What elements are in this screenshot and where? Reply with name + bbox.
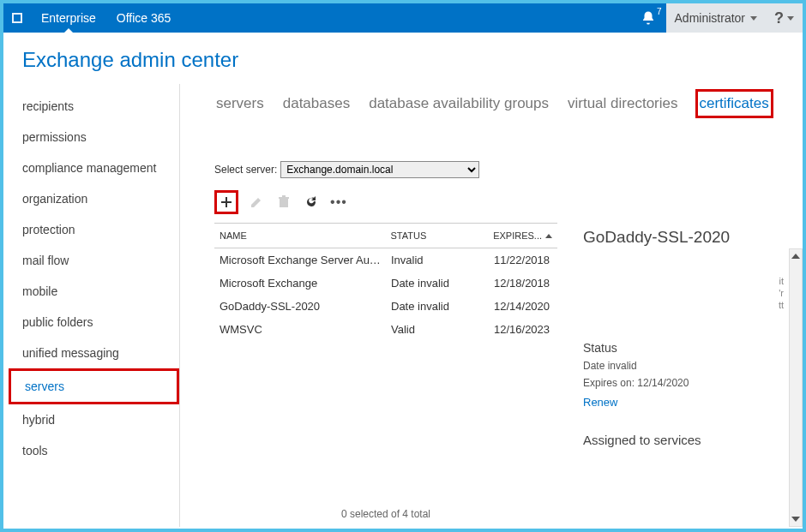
top-link-office365[interactable]: Office 365 [106, 3, 182, 33]
sidebar-item-permissions[interactable]: permissions [9, 122, 179, 152]
notification-count: 7 [657, 7, 662, 16]
cell-name: Microsoft Exchange [214, 275, 386, 291]
cell-expires: 12/16/2023 [489, 321, 557, 338]
cut-text: it [779, 276, 785, 286]
sidebar-item-organization[interactable]: organization [9, 183, 179, 214]
table-row[interactable]: GoDaddy-SSL-2020 Date invalid 12/14/2020 [214, 295, 557, 318]
table-row[interactable]: Microsoft Exchange Server Auth ... Inval… [214, 248, 557, 272]
scroll-up-icon[interactable] [790, 249, 802, 263]
cut-text: 'r [779, 288, 784, 298]
server-label: Select server: [214, 164, 277, 176]
sidebar: recipients permissions compliance manage… [9, 84, 180, 527]
edit-button [247, 193, 266, 212]
sort-asc-icon [545, 234, 552, 238]
cell-expires: 11/22/2018 [489, 252, 557, 268]
help-icon: ? [774, 9, 784, 27]
sidebar-item-protection[interactable]: protection [9, 214, 179, 245]
cell-status: Date invalid [386, 275, 489, 291]
certificates-table: NAME STATUS EXPIRES... Microsoft Exchang… [214, 223, 557, 527]
plus-icon [220, 195, 233, 209]
notifications-button[interactable]: 7 [630, 3, 666, 33]
selection-count: 0 selected of 4 total [214, 501, 557, 527]
ellipsis-icon: ••• [330, 194, 347, 210]
add-button[interactable] [214, 190, 238, 214]
caret-down-icon [787, 16, 794, 21]
top-link-enterprise[interactable]: Enterprise [31, 3, 106, 33]
pencil-icon [250, 195, 263, 209]
scroll-down-icon[interactable] [790, 512, 802, 526]
caret-down-icon [750, 16, 757, 21]
renew-link[interactable]: Renew [583, 396, 617, 409]
table-row[interactable]: WMSVC Valid 12/16/2023 [214, 318, 557, 341]
user-menu[interactable]: Administrator [666, 3, 766, 33]
status-value: Date invalid [583, 360, 796, 372]
expires-value: Expires on: 12/14/2020 [583, 377, 796, 389]
tab-databases[interactable]: databases [281, 92, 352, 116]
details-title: GoDaddy-SSL-2020 [583, 228, 796, 247]
sidebar-item-mobile[interactable]: mobile [9, 276, 179, 307]
bell-icon [641, 10, 656, 26]
help-menu[interactable]: ? [766, 3, 803, 33]
tab-servers[interactable]: servers [214, 92, 266, 116]
tabs: servers databases database availability … [214, 89, 803, 118]
cell-name: WMSVC [214, 321, 386, 338]
refresh-button[interactable] [302, 193, 321, 212]
table-row[interactable]: Microsoft Exchange Date invalid 12/18/20… [214, 272, 557, 295]
tab-virtualdirectories[interactable]: virtual directories [566, 92, 680, 116]
sidebar-item-publicfolders[interactable]: public folders [9, 307, 179, 338]
cell-name: GoDaddy-SSL-2020 [214, 298, 386, 314]
sidebar-item-hybrid[interactable]: hybrid [9, 404, 179, 435]
delete-button [274, 193, 293, 212]
cell-status: Invalid [386, 252, 489, 268]
tab-certificates[interactable]: certificates [695, 89, 773, 118]
cut-text: tt [779, 300, 784, 310]
assigned-heading: Assigned to services [583, 433, 796, 447]
cell-expires: 12/14/2020 [489, 298, 557, 314]
trash-icon [278, 195, 290, 209]
page-title: Exchange admin center [3, 33, 803, 84]
office-logo-icon [3, 3, 31, 33]
main-content: servers databases database availability … [180, 84, 803, 527]
sidebar-item-unifiedmessaging[interactable]: unified messaging [9, 338, 179, 368]
sidebar-item-servers[interactable]: servers [9, 368, 179, 404]
svg-rect-1 [14, 15, 21, 21]
cell-status: Valid [386, 321, 489, 338]
sidebar-item-compliance[interactable]: compliance management [9, 152, 179, 183]
col-expires[interactable]: EXPIRES... [488, 224, 557, 248]
sidebar-item-mailflow[interactable]: mail flow [9, 245, 179, 276]
col-name[interactable]: NAME [214, 224, 385, 248]
col-status[interactable]: STATUS [385, 224, 488, 248]
cell-status: Date invalid [386, 298, 489, 314]
top-bar: Enterprise Office 365 7 Administrator ? [3, 3, 803, 33]
cell-name: Microsoft Exchange Server Auth ... [214, 252, 386, 268]
more-button[interactable]: ••• [329, 193, 348, 212]
tab-dag[interactable]: database availability groups [367, 92, 550, 116]
sidebar-item-tools[interactable]: tools [9, 435, 179, 466]
cell-expires: 12/18/2018 [489, 275, 557, 291]
refresh-icon [304, 195, 318, 209]
scrollbar[interactable] [789, 248, 803, 527]
details-pane: GoDaddy-SSL-2020 it 'r tt Status Date in… [573, 223, 803, 527]
status-heading: Status [583, 341, 796, 355]
toolbar: ••• [214, 190, 803, 214]
col-expires-label: EXPIRES... [493, 230, 542, 241]
server-select[interactable]: Exchange.domain.local [280, 161, 479, 178]
user-label: Administrator [675, 11, 745, 25]
sidebar-item-recipients[interactable]: recipients [9, 91, 179, 122]
